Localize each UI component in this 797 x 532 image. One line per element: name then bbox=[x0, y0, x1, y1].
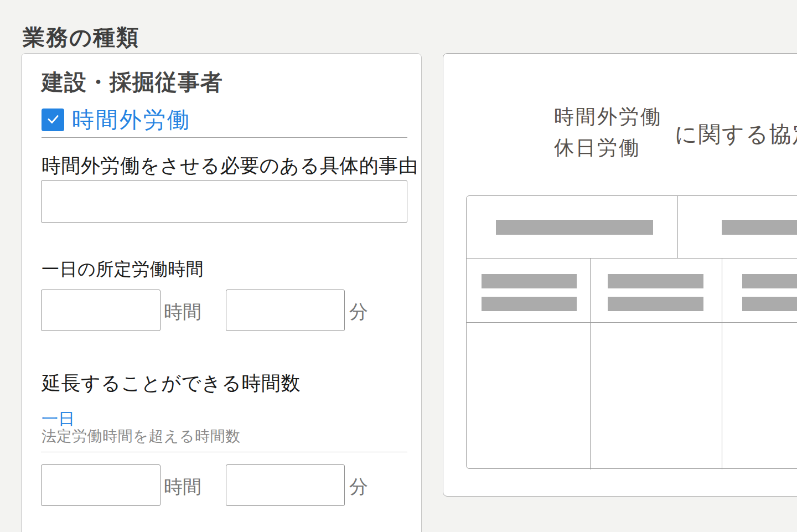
divider bbox=[42, 137, 407, 138]
extendable-hours-label: 延長することができる時間数 bbox=[42, 370, 301, 396]
overtime-checkbox[interactable] bbox=[42, 109, 64, 131]
extendable-hours-unit: 時間 bbox=[164, 474, 201, 500]
scheduled-hours-unit: 時間 bbox=[164, 299, 201, 325]
doc-title-overtime: 時間外労働 bbox=[554, 104, 662, 131]
extendable-day-description: 法定労働時間を超える時間数 bbox=[42, 426, 240, 446]
placeholder-bar bbox=[482, 274, 577, 288]
work-type-heading: 建設・採掘従事者 bbox=[42, 67, 223, 97]
work-type-form-card: 建設・採掘従事者 時間外労働 時間外労働をさせる必要のある具体的事由 一日の所定… bbox=[21, 53, 422, 532]
table-row-border bbox=[467, 258, 797, 259]
agreement-preview-card: 時間外労働 休日労働 に関する協定 bbox=[443, 53, 797, 497]
reason-textarea[interactable] bbox=[41, 180, 407, 223]
extendable-minutes-input[interactable] bbox=[226, 464, 345, 506]
scheduled-minutes-input[interactable] bbox=[226, 290, 345, 331]
extendable-minutes-unit: 分 bbox=[349, 474, 368, 500]
scheduled-minutes-unit: 分 bbox=[349, 299, 368, 325]
placeholder-bar bbox=[742, 297, 797, 311]
placeholder-bar bbox=[608, 297, 703, 311]
table-column-border bbox=[590, 258, 591, 469]
overtime-checkbox-label[interactable]: 時間外労働 bbox=[72, 105, 191, 135]
scheduled-hours-label: 一日の所定労働時間 bbox=[42, 257, 204, 282]
table-column-border bbox=[677, 196, 678, 258]
page-title: 業務の種類 bbox=[23, 22, 139, 53]
scheduled-hours-input[interactable] bbox=[41, 290, 161, 331]
doc-title-suffix: に関する協定 bbox=[675, 119, 797, 149]
table-row-border bbox=[467, 322, 797, 323]
overtime-checkbox-row: 時間外労働 bbox=[42, 109, 191, 131]
reason-field-label: 時間外労働をさせる必要のある具体的事由 bbox=[42, 153, 418, 179]
table-column-border bbox=[722, 258, 722, 469]
placeholder-bar bbox=[496, 220, 653, 235]
checkmark-icon bbox=[46, 112, 60, 128]
divider bbox=[41, 452, 407, 452]
extendable-hours-input[interactable] bbox=[41, 464, 161, 506]
placeholder-bar bbox=[722, 220, 797, 235]
agreement-preview-table bbox=[466, 195, 797, 469]
placeholder-bar bbox=[482, 297, 577, 311]
doc-title-holiday: 休日労働 bbox=[554, 135, 640, 162]
placeholder-bar bbox=[742, 274, 797, 288]
placeholder-bar bbox=[608, 274, 703, 288]
